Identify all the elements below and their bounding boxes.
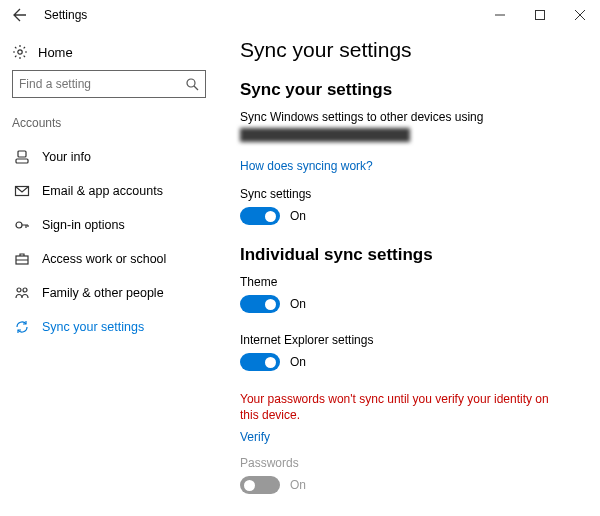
title-bar: Settings — [0, 0, 600, 30]
svg-rect-7 — [18, 151, 26, 157]
sync-settings-toggle[interactable] — [240, 207, 280, 225]
sidebar-item-label: Your info — [42, 150, 91, 164]
user-icon — [14, 149, 30, 165]
home-nav[interactable]: Home — [12, 38, 206, 70]
mail-icon — [14, 183, 30, 199]
svg-rect-1 — [536, 11, 545, 20]
internet-explorer-settings-toggle[interactable] — [240, 353, 280, 371]
sidebar-item-sign-in-options[interactable]: Sign-in options — [12, 208, 206, 242]
sync-settings-label: Sync settings — [240, 187, 580, 201]
theme-toggle[interactable] — [240, 295, 280, 313]
family-icon — [14, 285, 30, 301]
theme-state: On — [290, 297, 306, 311]
maximize-button[interactable] — [520, 0, 560, 30]
sidebar-item-your-info[interactable]: Your info — [12, 140, 206, 174]
sidebar-item-label: Access work or school — [42, 252, 166, 266]
search-icon — [185, 77, 199, 91]
key-icon — [14, 217, 30, 233]
sidebar: Home Accounts Your infoEmail & app accou… — [0, 30, 218, 516]
svg-point-13 — [23, 288, 27, 292]
back-button[interactable] — [0, 0, 40, 30]
svg-point-4 — [18, 50, 22, 54]
theme-label: Theme — [240, 275, 580, 289]
maximize-icon — [535, 10, 545, 20]
window-controls — [480, 0, 600, 30]
home-label: Home — [38, 45, 73, 60]
search-input-container[interactable] — [12, 70, 206, 98]
section-individual-heading: Individual sync settings — [240, 245, 580, 265]
password-warning: Your passwords won't sync until you veri… — [240, 391, 580, 423]
sync-settings-state: On — [290, 209, 306, 223]
gear-icon — [12, 44, 28, 60]
sidebar-item-family-other-people[interactable]: Family & other people — [12, 276, 206, 310]
close-button[interactable] — [560, 0, 600, 30]
passwords-state: On — [290, 478, 306, 492]
search-input[interactable] — [19, 77, 185, 91]
briefcase-icon — [14, 251, 30, 267]
svg-point-12 — [17, 288, 21, 292]
section-sync-heading: Sync your settings — [240, 80, 580, 100]
sidebar-item-label: Family & other people — [42, 286, 164, 300]
sidebar-item-sync-your-settings[interactable]: Sync your settings — [12, 310, 206, 344]
close-icon — [575, 10, 585, 20]
sidebar-item-access-work-or-school[interactable]: Access work or school — [12, 242, 206, 276]
minimize-icon — [495, 10, 505, 20]
page-title: Sync your settings — [240, 38, 580, 62]
account-redacted — [240, 128, 410, 142]
svg-point-10 — [16, 222, 22, 228]
sidebar-item-label: Email & app accounts — [42, 184, 163, 198]
verify-link[interactable]: Verify — [240, 430, 270, 444]
sidebar-item-email-app-accounts[interactable]: Email & app accounts — [12, 174, 206, 208]
sidebar-item-label: Sync your settings — [42, 320, 144, 334]
internet-explorer-settings-label: Internet Explorer settings — [240, 333, 580, 347]
sidebar-category-label: Accounts — [12, 116, 206, 130]
sync-description: Sync Windows settings to other devices u… — [240, 110, 580, 124]
passwords-toggle — [240, 476, 280, 494]
sync-icon — [14, 319, 30, 335]
svg-rect-8 — [16, 159, 28, 163]
back-arrow-icon — [12, 7, 28, 23]
sidebar-item-label: Sign-in options — [42, 218, 125, 232]
help-link[interactable]: How does syncing work? — [240, 159, 373, 173]
content-pane[interactable]: Sync your settings Sync your settings Sy… — [218, 30, 600, 516]
minimize-button[interactable] — [480, 0, 520, 30]
passwords-label: Passwords — [240, 456, 580, 470]
svg-line-6 — [194, 86, 198, 90]
internet-explorer-settings-state: On — [290, 355, 306, 369]
window-title: Settings — [40, 8, 480, 22]
svg-point-5 — [187, 79, 195, 87]
